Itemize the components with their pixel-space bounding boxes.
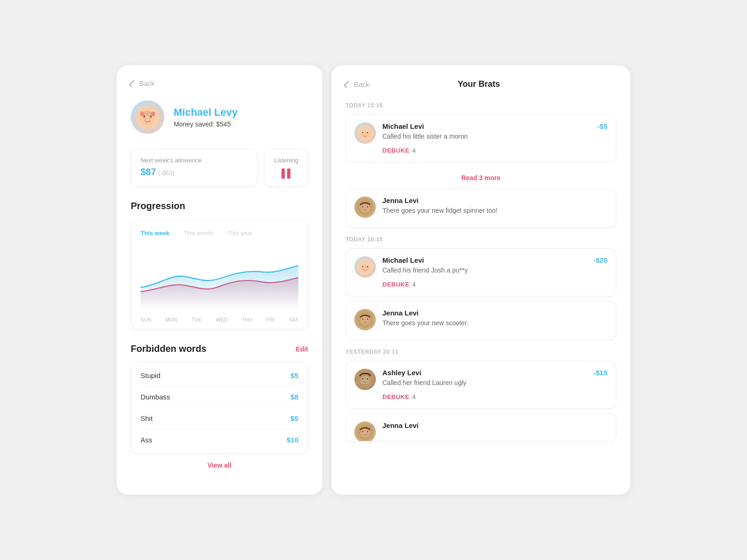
time-label-2: TODAY 10:15	[345, 236, 616, 243]
view-all-button[interactable]: View all	[207, 462, 231, 469]
pause-bar-left	[282, 168, 285, 179]
michael-avatar-img-1	[357, 125, 374, 141]
allowance-value: $87	[141, 167, 156, 177]
debuke-badge-2[interactable]: DEBUKE 4	[382, 281, 416, 288]
allowance-label: Next week's allowence	[141, 157, 248, 164]
jenna-avatar-img-3	[357, 424, 374, 441]
chat-name-row-jenna-1: Jenna Levi	[382, 196, 607, 204]
chat-card-michael-1-inner: Michael Levi -$5 Called his little siste…	[354, 122, 607, 154]
chat-name-row-michael-2: Michael Levi -$20	[382, 256, 607, 264]
right-header: Back Your Brats	[345, 79, 616, 89]
chat-card-ashley-1: Ashley Levi -$15 Called her friend Laure…	[345, 361, 616, 409]
svg-point-15	[362, 132, 363, 133]
svg-point-36	[360, 429, 370, 437]
profile-info: Michael Levy Money saved: $545	[174, 106, 238, 128]
forbidden-title: Forbidden words	[131, 343, 206, 354]
chat-name-row-ashley-1: Ashley Levi -$15	[382, 369, 607, 377]
back-chevron-right-icon	[344, 81, 351, 88]
chart-days: SUN MON TUE WED THU FRI SAT	[141, 313, 298, 322]
svg-rect-8	[151, 112, 155, 116]
svg-point-20	[367, 206, 368, 207]
debuke-count-1: 4	[412, 147, 416, 154]
day-sat: SAT	[289, 317, 298, 322]
svg-point-28	[360, 316, 370, 325]
chat-card-michael-1: Michael Levi -$5 Called his little siste…	[345, 114, 616, 162]
read-more-button[interactable]: Read 3 more	[461, 174, 500, 182]
avatar-jenna-1	[354, 196, 376, 218]
avatar-michael-1	[354, 122, 376, 144]
profile-name: Michael Levy	[174, 106, 238, 119]
day-wed: WED	[216, 317, 228, 322]
ashley-avatar-img-1	[357, 371, 374, 388]
chat-card-jenna-3: Jenna Levi	[345, 413, 616, 441]
forbidden-header: Forbidden words Edit	[131, 343, 308, 354]
debuke-label-2: DEBUKE	[382, 281, 409, 288]
chat-msg-ashley-1: Called her friend Lauren ugly	[382, 378, 607, 388]
chat-name-row-jenna-3: Jenna Levi	[382, 421, 607, 429]
price-stupid: $5	[290, 371, 298, 379]
right-panel-title: Your Brats	[458, 79, 500, 89]
forbidden-item-shit: Shit $5	[141, 408, 298, 429]
avatar	[131, 100, 164, 134]
progression-chart	[141, 246, 298, 311]
day-mon: MON	[165, 317, 177, 322]
chat-amount-michael-2: -$20	[593, 256, 607, 264]
svg-point-16	[367, 132, 368, 133]
stats-row: Next week's allowence $87 (-$63) Listeni…	[131, 149, 308, 187]
chat-content-jenna-3: Jenna Levi	[382, 421, 607, 431]
chat-card-jenna-1-inner: Jenna Levi There goes your new fidget sp…	[354, 196, 607, 220]
back-label-right: Back	[354, 80, 369, 88]
back-button-right[interactable]: Back	[345, 80, 369, 88]
chart-container: This week This month This year	[131, 220, 308, 329]
price-dumbass: $8	[290, 393, 298, 401]
profile-header: Michael Levy Money saved: $545	[131, 100, 308, 134]
edit-button[interactable]: Edit	[296, 345, 308, 353]
chat-content-jenna-1: Jenna Levi There goes your new fidget sp…	[382, 196, 607, 220]
chat-name-row-michael-1: Michael Levi -$5	[382, 122, 607, 130]
svg-point-25	[362, 266, 363, 267]
chat-content-michael-1: Michael Levi -$5 Called his little siste…	[382, 122, 607, 154]
debuke-count-3: 4	[412, 393, 416, 400]
jenna-avatar-img-1	[357, 199, 374, 216]
chat-card-ashley-1-inner: Ashley Levi -$15 Called her friend Laure…	[354, 369, 607, 401]
chat-amount-ashley-1: -$15	[593, 369, 607, 377]
listening-label: Listening	[274, 157, 298, 164]
svg-point-6	[143, 111, 152, 116]
listening-card: Listening	[264, 149, 308, 187]
time-label-3: YESTERDAY 20:11	[345, 349, 616, 355]
back-button-left[interactable]: Back	[131, 79, 308, 87]
chat-name-jenna-1: Jenna Levi	[382, 196, 419, 204]
chat-msg-michael-1: Called his little sister a moron	[382, 132, 607, 141]
time-label-1: TODAY 15:15	[345, 102, 616, 109]
chat-card-michael-2: Michael Levi -$20 Called his friend Josh…	[345, 248, 616, 296]
debuke-badge-3[interactable]: DEBUKE 4	[382, 393, 416, 400]
debuke-badge-1[interactable]: DEBUKE 4	[382, 147, 416, 154]
word-stupid: Stupid	[141, 371, 161, 379]
svg-point-32	[360, 376, 370, 385]
svg-point-19	[362, 206, 363, 207]
back-chevron-icon	[129, 80, 136, 87]
chat-card-jenna-3-inner: Jenna Levi	[354, 421, 607, 441]
forbidden-list: Stupid $5 Dumbass $8 Shit $5 Ass $10	[131, 362, 308, 454]
svg-point-10	[149, 119, 150, 119]
svg-point-30	[367, 319, 368, 320]
allowance-card: Next week's allowence $87 (-$63)	[131, 149, 258, 187]
chat-card-michael-2-inner: Michael Levi -$20 Called his friend Josh…	[354, 256, 607, 288]
chat-content-ashley-1: Ashley Levi -$15 Called her friend Laure…	[382, 369, 607, 401]
chat-card-jenna-2: Jenna Levi There goes your new scooter.	[345, 301, 616, 341]
tab-this-year[interactable]: This year	[227, 230, 252, 237]
svg-point-33	[362, 378, 363, 379]
tab-this-month[interactable]: This month	[183, 230, 213, 237]
read-more-row: Read 3 more	[345, 167, 616, 189]
svg-point-4	[144, 116, 145, 117]
chat-name-jenna-2: Jenna Levi	[382, 309, 419, 317]
progression-title: Progression	[131, 201, 308, 211]
avatar-jenna-3	[354, 421, 376, 441]
tab-this-week[interactable]: This week	[141, 230, 169, 237]
left-panel: Back	[117, 65, 322, 495]
svg-point-9	[145, 119, 146, 119]
pause-icon[interactable]	[274, 168, 298, 179]
svg-point-34	[367, 378, 368, 379]
chat-name-michael-1: Michael Levi	[382, 122, 424, 130]
michael-avatar-img-2	[357, 259, 374, 275]
